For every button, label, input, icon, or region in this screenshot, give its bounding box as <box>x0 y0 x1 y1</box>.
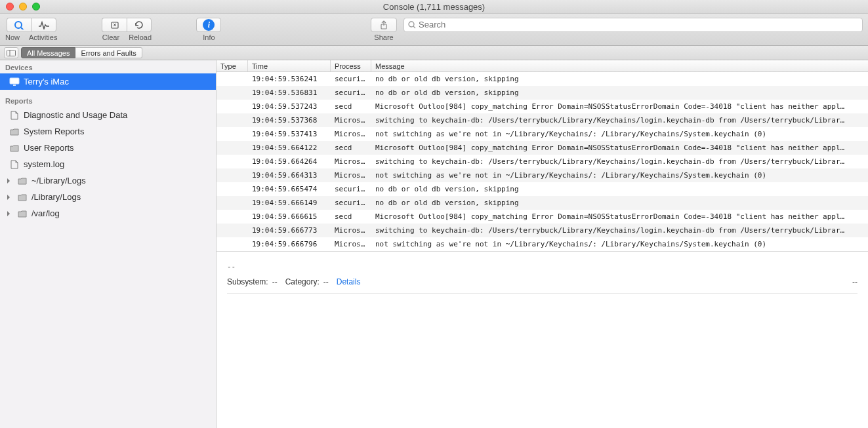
cell-process: Micros… <box>331 116 371 125</box>
cell-time: 19:04:59.537243 <box>248 102 331 111</box>
clear-button[interactable] <box>102 18 127 32</box>
info-button[interactable]: i <box>196 18 221 32</box>
cell-process: securi… <box>331 88 371 97</box>
sidebar-varlog-label: /var/log <box>31 208 60 218</box>
minimize-window[interactable] <box>19 3 27 10</box>
log-row[interactable]: 19:04:59.666615secdMicrosoft Outloo[984]… <box>217 210 868 224</box>
filter-segment: All Messages Errors and Faults <box>21 47 142 58</box>
svg-rect-8 <box>7 50 16 56</box>
log-row[interactable]: 19:04:59.666149securi…no db or old db ve… <box>217 196 868 210</box>
col-message[interactable]: Message <box>371 60 868 71</box>
svg-line-3 <box>114 24 116 26</box>
cell-process: Micros… <box>331 130 371 138</box>
log-row[interactable]: 19:04:59.664264Micros…switching to keych… <box>217 155 868 168</box>
log-row[interactable]: 19:04:59.665474securi…no db or old db ve… <box>217 182 868 196</box>
sidebar-device[interactable]: Terry's iMac <box>0 73 216 90</box>
cell-process: secd <box>331 102 371 111</box>
log-row[interactable]: 19:04:59.537368Micros…switching to keych… <box>217 113 868 127</box>
log-rows[interactable]: 19:04:59.536241securi…no db or old db ve… <box>217 72 868 251</box>
svg-line-1 <box>21 28 24 29</box>
log-row[interactable]: 19:04:59.664122secdMicrosoft Outloo[984]… <box>217 141 868 155</box>
svg-rect-11 <box>10 78 19 84</box>
now-button[interactable] <box>7 18 31 32</box>
col-time[interactable]: Time <box>248 60 331 71</box>
reload-label: Reload <box>129 33 152 41</box>
cell-process: securi… <box>331 199 371 207</box>
detail-pane: -- Subsystem: -- Category: -- Details -- <box>217 251 868 298</box>
filter-bar: All Messages Errors and Faults <box>0 46 868 60</box>
folder-icon <box>9 143 20 153</box>
search-icon <box>408 21 416 29</box>
col-type[interactable]: Type <box>217 60 248 71</box>
cell-time: 19:04:59.537413 <box>248 130 331 138</box>
devices-header: Devices <box>0 60 216 73</box>
cell-time: 19:04:59.666796 <box>248 240 331 248</box>
info-label: Info <box>203 33 215 41</box>
log-row[interactable]: 19:04:59.666796Micros…not switching as w… <box>217 237 868 251</box>
cell-message: not switching as we're not in ~/Library/… <box>371 171 868 180</box>
cell-time: 19:04:59.664313 <box>248 171 331 180</box>
cell-time: 19:04:59.666149 <box>248 199 331 207</box>
cell-message: Microsoft Outloo[984] copy_matching Erro… <box>371 144 868 152</box>
cell-message: switching to keychain-db: /Users/terrybu… <box>371 116 868 125</box>
cell-message: no db or old db version, skipping <box>371 88 868 97</box>
close-window[interactable] <box>6 3 14 10</box>
cell-process: securi… <box>331 185 371 193</box>
cell-process: Micros… <box>331 226 371 235</box>
sidebar-varlog[interactable]: /var/log <box>0 205 216 222</box>
filter-errors-faults[interactable]: Errors and Faults <box>75 47 142 58</box>
cell-message: not switching as we're not in ~/Library/… <box>371 130 868 138</box>
chevron-right-icon[interactable] <box>4 211 13 216</box>
cell-message: switching to keychain-db: /Users/terrybu… <box>371 226 868 235</box>
col-process[interactable]: Process <box>331 60 371 71</box>
cell-process: secd <box>331 212 371 221</box>
filter-all-messages[interactable]: All Messages <box>21 47 75 58</box>
cell-time: 19:04:59.536241 <box>248 75 331 83</box>
sidebar-diag-label: Diagnostic and Usage Data <box>24 110 127 120</box>
detail-subsystem-val: -- <box>272 277 278 286</box>
svg-rect-5 <box>381 24 386 29</box>
chevron-right-icon[interactable] <box>4 195 13 200</box>
log-row[interactable]: 19:04:59.664313Micros…not switching as w… <box>217 168 868 182</box>
cell-process: securi… <box>331 75 371 83</box>
search-field[interactable] <box>403 18 863 32</box>
cell-time: 19:04:59.664264 <box>248 157 331 166</box>
chevron-right-icon[interactable] <box>4 178 13 184</box>
file-icon <box>9 110 20 121</box>
cell-time: 19:04:59.664122 <box>248 144 331 152</box>
sidebar-syslog[interactable]: system.log <box>0 156 216 172</box>
sidebar-userrep[interactable]: User Reports <box>0 140 216 156</box>
svg-rect-10 <box>10 78 19 84</box>
cell-time: 19:04:59.665474 <box>248 185 331 193</box>
sidebar-diag[interactable]: Diagnostic and Usage Data <box>0 107 216 123</box>
sidebar-toggle-button[interactable] <box>4 47 18 58</box>
detail-category-val: -- <box>323 277 329 286</box>
log-row[interactable]: 19:04:59.537413Micros…not switching as w… <box>217 127 868 141</box>
details-link[interactable]: Details <box>337 277 361 286</box>
zoom-window[interactable] <box>32 3 40 10</box>
cell-message: no db or old db version, skipping <box>371 199 868 207</box>
log-row[interactable]: 19:04:59.536831securi…no db or old db ve… <box>217 86 868 100</box>
svg-rect-12 <box>13 85 16 86</box>
log-row[interactable]: 19:04:59.666773Micros…switching to keych… <box>217 224 868 237</box>
reload-button[interactable] <box>127 18 152 32</box>
cell-process: secd <box>331 144 371 152</box>
cell-message: not switching as we're not in ~/Library/… <box>371 240 868 248</box>
search-input[interactable] <box>419 20 858 29</box>
sidebar-rootliblogs[interactable]: /Library/Logs <box>0 189 216 205</box>
activities-button[interactable] <box>31 18 56 32</box>
cell-process: Micros… <box>331 157 371 166</box>
cell-time: 19:04:59.536831 <box>248 88 331 97</box>
log-row[interactable]: 19:04:59.536241securi…no db or old db ve… <box>217 72 868 86</box>
cell-time: 19:04:59.666615 <box>248 212 331 221</box>
imac-icon <box>9 77 20 87</box>
activities-label: Activities <box>29 33 57 41</box>
sidebar-sysrep[interactable]: System Reports <box>0 123 216 140</box>
share-button[interactable] <box>371 18 397 32</box>
folder-icon <box>17 208 28 219</box>
sidebar-sysrep-label: System Reports <box>24 126 84 136</box>
sidebar-rootliblogs-label: /Library/Logs <box>31 192 81 202</box>
sidebar-liblogs[interactable]: ~/Library/Logs <box>0 172 216 189</box>
cell-time: 19:04:59.537368 <box>248 116 331 125</box>
log-row[interactable]: 19:04:59.537243secdMicrosoft Outloo[984]… <box>217 100 868 113</box>
